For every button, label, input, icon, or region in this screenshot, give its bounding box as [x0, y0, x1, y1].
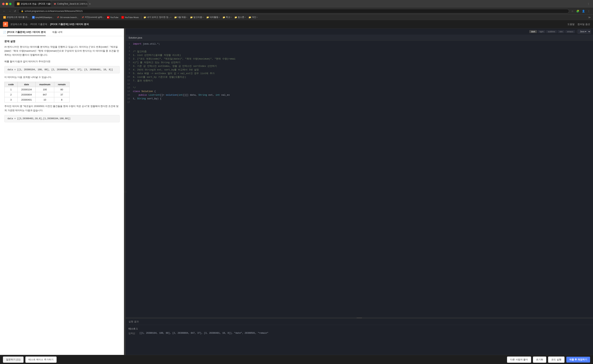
bookmark-git-label: Git remote branch... [60, 16, 78, 19]
problem-table-desc: 이 데이터는 다음 표처럼 나타낼 수 있습니다. [4, 75, 120, 79]
bookmark-commit-label: 커밋(commit) 날짜... [85, 16, 104, 19]
divider-handle [357, 318, 362, 318]
folder-7-chevron: ▾ [257, 16, 257, 18]
bookmark-folder-6[interactable]: 📁 컴스톤 ▾ [233, 15, 247, 19]
language-selector[interactable]: Java ▾ [578, 30, 591, 34]
bookmark-coding[interactable]: ★ 코딩테스트 대비를 위... [2, 15, 30, 19]
breadcrumb-category[interactable]: PCCE 기출문제 [31, 23, 47, 26]
folder-5-icon: 📁 [222, 16, 225, 19]
folder-4-chevron: ▾ [219, 16, 220, 18]
folder-1-icon: 📁 [143, 16, 146, 19]
code-line-12: 12 [126, 83, 593, 86]
theme-sublime-button[interactable]: sublime [546, 30, 557, 33]
theme-light-button[interactable]: light [538, 30, 545, 33]
input-value: [[1, 20300104, 100, 80], [2, 20300804, 8… [139, 332, 590, 335]
new-tab-button[interactable]: + [87, 1, 92, 7]
problem-tabs: 📄 [PCCE 기출문제] 10번 / 데이터 분석 제출 내역 [0, 28, 124, 36]
bookmark-folder-4[interactable]: 📁 대외활동 ▾ [205, 15, 221, 19]
tab-2[interactable]: 🐙 CodingTest_Java/프로그래머스... ✕ [51, 1, 87, 7]
browser-menu-button[interactable]: ⋮ [586, 2, 591, 6]
file-name: Solution.java [129, 36, 142, 39]
breadcrumb-sep-1: › [29, 23, 29, 26]
theme-emacs-button[interactable]: emacs [565, 30, 575, 33]
table-cell-2-max: 847 [36, 92, 54, 97]
bookmark-tony[interactable]: B tony9402/baekjoo... [31, 16, 55, 19]
table-row: 2 20300804 847 37 [5, 92, 70, 97]
breadcrumb-sep-2: › [48, 23, 49, 26]
bookmark-folder-1[interactable]: 📁 내가 보려고 정리한 정... ▾ [142, 15, 172, 19]
minimize-traffic-light[interactable] [6, 3, 8, 5]
folder-5-chevron: ▾ [231, 16, 232, 18]
bookmarks-more-button[interactable]: ≫ [588, 16, 591, 19]
compile-options-button[interactable]: 컴파일 옵션 [578, 23, 590, 26]
bookmark-star-button[interactable]: ☆ [571, 9, 574, 13]
bookmark-git[interactable]: 📌 Git remote branch... [56, 16, 80, 19]
problem-tab-main[interactable]: [PCCE 기출문제] 10번 / 데이터 분석 [7, 29, 46, 36]
run-code-button[interactable]: 코드 실행 [548, 357, 565, 363]
question-button[interactable]: 질문하기 (11) [3, 357, 24, 363]
browser-settings-button[interactable]: ⋮ [587, 9, 591, 13]
url-bar[interactable]: 🔒 school.programmers.co.kr/learn/courses… [18, 9, 569, 13]
folder-6-chevron: ▾ [245, 16, 246, 18]
table-cell-2-code: 2 [5, 92, 18, 97]
bookmarks-bar: ★ 코딩테스트 대비를 위... B tony9402/baekjoo... 📌… [0, 15, 593, 20]
code-line-1: 1 import java.util.*; [126, 43, 593, 46]
app-logo: P [3, 22, 8, 27]
bookmark-commit[interactable]: 📌 커밋(commit) 날짜... [80, 15, 105, 19]
code-line-2: 2 [126, 46, 593, 50]
problem-content: 문제 설명 AI 엔지니어인 현식이는 데이터를 분석하는 작업을 진행하고 있… [0, 36, 124, 355]
editor-panel: dark light sublime vim emacs Java ▾ Solu… [126, 28, 593, 355]
problem-tab-submissions[interactable]: 제출 내역 [52, 29, 62, 36]
bookmark-youtube-icon: ▶ [107, 16, 110, 19]
breadcrumb: 코딩테스트 연습 › PCCE 기출문제 › [PCCE 기출문제] 10번 /… [10, 23, 89, 26]
problem-example-intro: 예를 들어 다음과 같이 데이터가 주어진다면 [4, 59, 120, 64]
url-lock-icon: 🔒 [21, 10, 24, 12]
tab-1[interactable]: 🔧 코딩테스트 연습 - [PCCE 기출문... ✕ [14, 1, 51, 7]
bookmark-youtube-music[interactable]: ♪ YouTube Music [120, 16, 140, 19]
reload-button[interactable]: ↺ [13, 9, 17, 13]
table-header-date: date [18, 82, 36, 87]
table-cell-3-remain: 8 [54, 97, 69, 102]
bottom-bar: 질문하기 (11) 테스트 케이스 추가하기 다른 사람의 풀이 초기화 코드 … [0, 355, 593, 364]
code-line-7: 7 3. 기준 값 인덱스인 extIndex, 정렬 값 인덱스인 sortI… [126, 65, 593, 68]
table-header-remain: remain [54, 82, 69, 87]
header-actions: 도움말 컴파일 옵션 [567, 23, 590, 26]
problem-panel: 📄 [PCCE 기출문제] 10번 / 데이터 분석 제출 내역 문제 설명 A… [0, 28, 124, 355]
close-traffic-light[interactable] [2, 3, 5, 5]
bookmark-git-icon: 📌 [57, 16, 59, 19]
reset-button[interactable]: 초기화 [533, 357, 546, 363]
forward-button[interactable]: → [8, 9, 12, 13]
code-editor-area[interactable]: 1 import java.util.*; 2 3 /* 알고리즘 4 1. l… [126, 41, 593, 317]
tabs-bar: 🔧 코딩테스트 연습 - [PCCE 기출문... ✕ 🐙 CodingTest… [14, 1, 585, 7]
extensions-button[interactable]: 🧩 [575, 9, 580, 13]
others-solution-button[interactable]: 다른 사람의 풀이 [507, 357, 531, 363]
back-button[interactable]: ← [2, 9, 6, 13]
problem-description-2: 주어진 데이터 중 "제조일이 20300501 이전인 물건들을 현재 수량이… [4, 104, 120, 112]
table-cell-3-date: 20300401 [18, 97, 36, 102]
test-case-1: 테스트 1 입력값 [[1, 20300104, 100, 80], [2, 2… [126, 325, 593, 338]
problem-section-title: 문제 설명 [4, 40, 120, 43]
folder-4-label: 대외활동 [210, 16, 218, 19]
bookmark-folder-2[interactable]: 📁 5월 채용 ▾ [173, 15, 188, 19]
bookmark-folder-5[interactable]: 📁 학교 ▾ [222, 15, 233, 19]
theme-dark-button[interactable]: dark [529, 30, 537, 33]
maximize-traffic-light[interactable] [9, 3, 12, 5]
breadcrumb-current: [PCCE 기출문제] 10번 / 데이터 분석 [50, 23, 89, 26]
code-line-13: 13 */ [126, 86, 593, 90]
bookmark-youtube[interactable]: ▶ YouTube [106, 16, 120, 19]
panel-resizer[interactable] [124, 28, 126, 355]
profile-button[interactable]: 👤 [581, 9, 586, 13]
tab-1-favicon: 🔧 [17, 3, 20, 5]
bookmark-folder-3[interactable]: 📁 알고리즘 ▾ [189, 15, 204, 19]
help-button[interactable]: 도움말 [567, 23, 574, 26]
add-testcase-button[interactable]: 테스트 케이스 추가하기 [25, 357, 57, 363]
problem-description-1: AI 엔지니어인 현식이는 데이터를 분석하는 작업을 진행하고 있습니다. 데… [4, 45, 120, 57]
folder-4-icon: 📁 [206, 16, 209, 19]
submit-button[interactable]: 제출 후 채점하기 [566, 357, 590, 363]
folder-7-label: 개인 [252, 16, 256, 19]
breadcrumb-home[interactable]: 코딩테스트 연습 [10, 23, 28, 26]
theme-vim-button[interactable]: vim [558, 30, 565, 33]
table-row: 3 20300401 10 8 [5, 97, 70, 102]
bookmark-folder-7[interactable]: 📁 개인 ▾ [248, 15, 259, 19]
bookmark-youtube-label: YouTube [110, 16, 118, 19]
